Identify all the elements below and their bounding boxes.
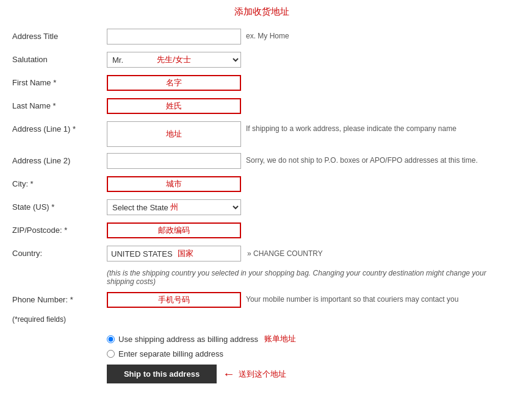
country-row: Country: UNITED STATES 国家 » CHANGE COUNT… <box>12 246 511 263</box>
country-value: UNITED STATES <box>111 249 173 258</box>
first-name-row: First Name * 名字 <box>12 75 511 92</box>
phone-field: 手机号码 Your mobile number is important so … <box>107 292 458 308</box>
arrow-annotation: ← 送到这个地址 <box>223 367 286 381</box>
address-title-label: Address Title <box>12 29 107 41</box>
state-select[interactable]: Select the State <box>107 199 241 215</box>
country-cn-label: 国家 <box>178 248 193 259</box>
billing-option1-row: Use shipping address as billing address … <box>107 333 511 344</box>
billing-option1-label: Use shipping address as billing address <box>118 335 258 344</box>
billing-option2-radio[interactable] <box>107 350 115 358</box>
last-name-wrapper: 姓氏 <box>107 98 241 114</box>
city-wrapper: 城市 <box>107 176 241 192</box>
arrow-icon: ← <box>223 367 235 381</box>
phone-hint: Your mobile number is important so that … <box>246 292 458 304</box>
billing-option1-radio[interactable] <box>107 335 115 343</box>
shipping-note: (this is the shipping country you select… <box>107 269 511 286</box>
salutation-field: Mr. Mrs. Ms. Dr. 先生/女士 <box>107 52 241 68</box>
zip-input[interactable] <box>107 222 241 238</box>
change-country-link[interactable]: » CHANGE COUNTRY <box>247 249 323 258</box>
address-line2-hint: Sorry, we do not ship to P.O. boxes or A… <box>246 153 478 165</box>
salutation-label: Salutation <box>12 52 107 64</box>
last-name-label: Last Name * <box>12 98 107 110</box>
address-line2-label: Address (Line 2) <box>12 153 107 165</box>
address-line1-wrapper: 地址 <box>107 121 241 147</box>
zip-label: ZIP/Postcode: * <box>12 222 107 235</box>
ship-button[interactable]: Ship to this address <box>107 365 217 383</box>
country-field: UNITED STATES 国家 » CHANGE COUNTRY <box>107 246 323 262</box>
salutation-wrapper: Mr. Mrs. Ms. Dr. 先生/女士 <box>107 52 241 68</box>
address-line2-input[interactable] <box>107 153 241 169</box>
phone-input[interactable] <box>107 292 241 308</box>
address-line1-field: 地址 If shipping to a work address, please… <box>107 121 456 147</box>
submit-row: Ship to this address ← 送到这个地址 <box>107 365 511 383</box>
first-name-input[interactable] <box>107 75 241 91</box>
page-title: 添加收货地址 <box>12 6 511 18</box>
last-name-row: Last Name * 姓氏 <box>12 98 511 115</box>
address-line1-row: Address (Line 1) * 地址 If shipping to a w… <box>12 121 511 147</box>
state-wrapper: Select the State 州 <box>107 199 241 215</box>
address-line2-row: Address (Line 2) Sorry, we do not ship t… <box>12 153 511 170</box>
address-line1-hint: If shipping to a work address, please in… <box>246 121 456 133</box>
zip-wrapper: 邮政编码 <box>107 222 241 238</box>
salutation-select[interactable]: Mr. Mrs. Ms. Dr. <box>107 52 241 68</box>
country-label: Country: <box>12 246 107 258</box>
address-line1-input[interactable] <box>107 121 241 147</box>
phone-wrapper: 手机号码 <box>107 292 241 308</box>
address-title-field: ex. My Home <box>107 29 289 44</box>
required-note: (*required fields) <box>12 315 511 324</box>
phone-row: Phone Number: * 手机号码 Your mobile number … <box>12 292 511 309</box>
salutation-row: Salutation Mr. Mrs. Ms. Dr. 先生/女士 <box>12 52 511 69</box>
state-label: State (US) * <box>12 199 107 212</box>
last-name-input[interactable] <box>107 98 241 114</box>
city-row: City: * 城市 <box>12 176 511 193</box>
billing-cn-label: 账单地址 <box>264 333 296 344</box>
address-title-row: Address Title ex. My Home <box>12 29 511 46</box>
first-name-label: First Name * <box>12 75 107 87</box>
phone-label: Phone Number: * <box>12 292 107 304</box>
country-box: UNITED STATES 国家 <box>107 246 241 262</box>
billing-option2-row: Enter separate billing address <box>107 349 511 358</box>
billing-section: Use shipping address as billing address … <box>107 333 511 358</box>
address-title-input[interactable] <box>107 29 241 44</box>
address-line1-label: Address (Line 1) * <box>12 121 107 133</box>
city-input[interactable] <box>107 176 241 192</box>
address-line2-field: Sorry, we do not ship to P.O. boxes or A… <box>107 153 478 169</box>
zip-row: ZIP/Postcode: * 邮政编码 <box>12 222 511 240</box>
submit-cn-label: 送到这个地址 <box>239 369 286 380</box>
billing-option2-label: Enter separate billing address <box>118 349 223 358</box>
state-row: State (US) * Select the State 州 <box>12 199 511 216</box>
first-name-wrapper: 名字 <box>107 75 241 91</box>
city-label: City: * <box>12 176 107 188</box>
address-title-hint: ex. My Home <box>246 29 289 40</box>
